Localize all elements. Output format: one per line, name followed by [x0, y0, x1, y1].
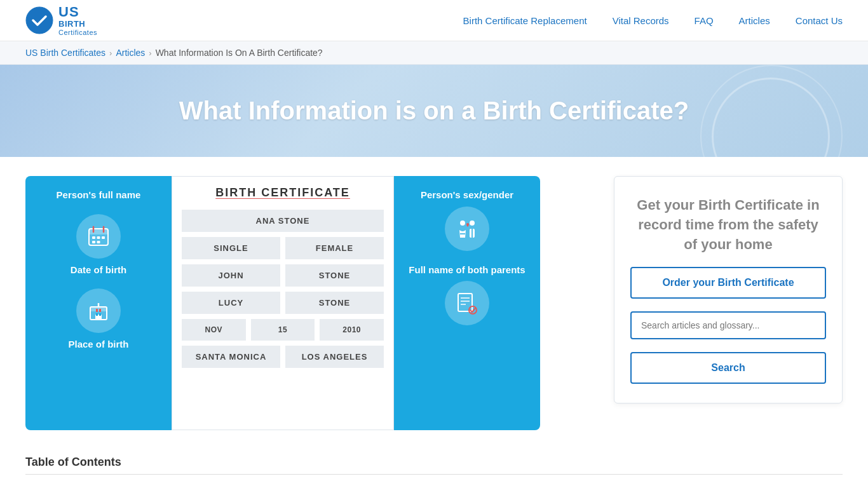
logo-icon	[25, 6, 53, 34]
cert-row-mother: LUCY STONE	[182, 292, 384, 314]
couple-icon	[454, 216, 480, 241]
svg-rect-5	[92, 236, 95, 239]
hero-banner: What Information is on a Birth Certifica…	[0, 65, 868, 157]
toc-section: Table of Contents	[0, 449, 868, 487]
cert-mother-first: LUCY	[182, 292, 280, 314]
certificate-panel: BIRTH CERTIFICATE ANA STONE SINGLE FEMAL…	[172, 176, 394, 430]
date-birth-label: Date of birth	[71, 264, 126, 276]
nav-contact[interactable]: Contact Us	[796, 15, 843, 26]
cert-full-name: ANA STONE	[182, 210, 384, 232]
place-birth-label: Place of birth	[68, 338, 128, 351]
cert-mother-last: STONE	[285, 292, 384, 314]
cert-gender: FEMALE	[285, 237, 384, 259]
info-parents-name: Full name of both parents	[409, 264, 525, 326]
cert-row-father: JOHN STONE	[182, 264, 384, 287]
breadcrumb-current: What Information Is On A Birth Certifica…	[156, 48, 323, 58]
svg-point-19	[470, 220, 475, 226]
info-date-birth: Date of birth	[71, 214, 126, 276]
cert-birth-month: NOV	[182, 319, 246, 341]
info-sex-gender: Person's sex/gender	[421, 189, 513, 251]
certificate-icon	[454, 290, 480, 316]
cert-row-status-gender: SINGLE FEMALE	[182, 237, 384, 259]
logo-us: US	[58, 4, 97, 20]
cert-birth-day: 15	[251, 319, 315, 341]
logo-birth: BIRTH	[58, 20, 97, 29]
sidebar-cta-box: Get your Birth Certificate in record tim…	[614, 176, 843, 403]
info-full-name: Person's full name	[57, 189, 141, 201]
svg-rect-9	[97, 241, 100, 243]
calendar-icon	[86, 224, 111, 249]
nav-articles[interactable]: Articles	[739, 15, 770, 26]
sidebar: Get your Birth Certificate in record tim…	[614, 176, 843, 403]
info-place-birth: Place of birth	[68, 288, 128, 351]
nav-vital-records[interactable]: Vital Records	[613, 15, 669, 26]
cert-father-first: JOHN	[182, 264, 280, 287]
cert-row-location: SANTA MONICA LOS ANGELES	[182, 346, 384, 368]
breadcrumb: US Birth Certificates › Articles › What …	[0, 41, 868, 65]
infographic: Person's full name Da	[25, 176, 595, 430]
full-name-label: Person's full name	[57, 189, 141, 201]
svg-rect-14	[96, 309, 98, 312]
main-content: Person's full name Da	[0, 157, 868, 449]
breadcrumb-sep2: ›	[149, 48, 151, 58]
svg-rect-15	[99, 309, 101, 312]
right-info-panel: Person's sex/gender	[394, 176, 540, 430]
svg-rect-17	[99, 313, 101, 316]
svg-rect-22	[458, 294, 472, 311]
cert-row-date: NOV 15 2010	[182, 319, 384, 341]
search-button[interactable]: Search	[630, 352, 826, 384]
svg-point-0	[26, 7, 53, 34]
site-header: US BIRTH Certificates Birth Certificate …	[0, 0, 868, 41]
cert-birth-county: LOS ANGELES	[285, 346, 384, 368]
cert-birth-year: 2010	[320, 319, 384, 341]
page-title: What Information is on a Birth Certifica…	[25, 97, 843, 125]
cert-birth-city: SANTA MONICA	[182, 346, 280, 368]
svg-rect-2	[89, 229, 108, 234]
couple-icon-circle	[445, 207, 489, 251]
nav-birth-cert[interactable]: Birth Certificate Replacement	[463, 15, 587, 26]
svg-rect-16	[96, 313, 98, 316]
calendar-icon-circle	[76, 214, 121, 259]
hospital-icon-circle	[76, 288, 121, 333]
logo[interactable]: US BIRTH Certificates	[25, 4, 97, 37]
sex-gender-label: Person's sex/gender	[421, 189, 513, 201]
svg-point-18	[460, 220, 465, 226]
svg-rect-8	[92, 241, 95, 243]
nav-faq[interactable]: FAQ	[695, 15, 714, 26]
svg-rect-11	[90, 307, 107, 311]
toc-title: Table of Contents	[25, 456, 843, 475]
svg-rect-6	[97, 236, 100, 239]
certificate-icon-circle	[445, 281, 489, 325]
search-input[interactable]	[630, 311, 826, 339]
breadcrumb-home[interactable]: US Birth Certificates	[25, 48, 105, 58]
parents-name-label: Full name of both parents	[409, 264, 525, 276]
main-nav: Birth Certificate Replacement Vital Reco…	[463, 15, 843, 26]
cert-marital-status: SINGLE	[182, 237, 280, 259]
hospital-icon	[86, 298, 111, 323]
left-info-panel: Person's full name Da	[25, 176, 172, 430]
order-certificate-button[interactable]: Order your Birth Certificate	[630, 267, 826, 299]
breadcrumb-section[interactable]: Articles	[116, 48, 145, 58]
breadcrumb-sep1: ›	[109, 48, 112, 58]
cta-text: Get your Birth Certificate in record tim…	[630, 196, 826, 254]
logo-text: US BIRTH Certificates	[58, 4, 97, 37]
cert-title: BIRTH CERTIFICATE	[182, 186, 384, 200]
cert-father-last: STONE	[285, 264, 384, 287]
svg-rect-7	[102, 236, 105, 239]
logo-certs: Certificates	[58, 29, 97, 36]
